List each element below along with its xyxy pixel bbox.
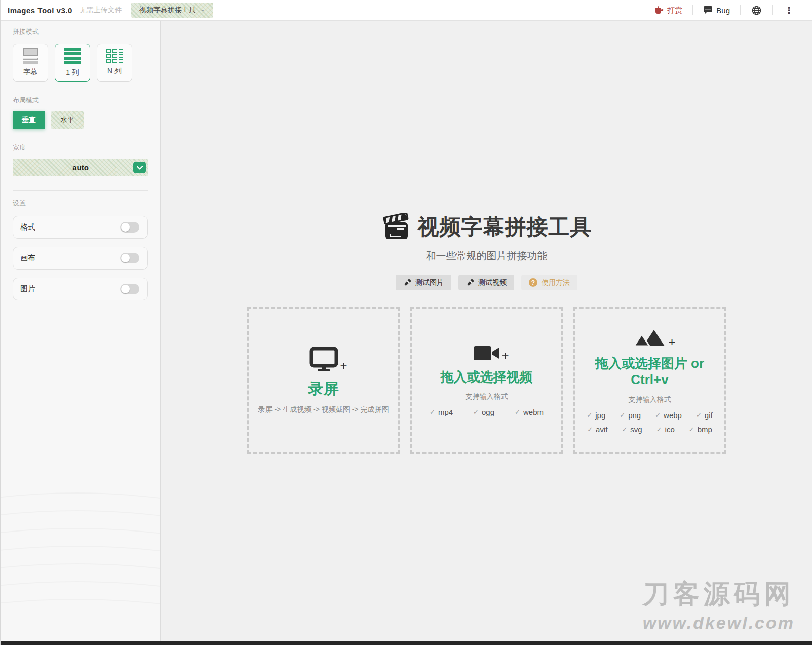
format-name: jpg [595, 411, 605, 420]
usage-help-button[interactable]: ? 使用方法 [521, 275, 577, 290]
formats-label: 支持输入格式 [466, 392, 508, 401]
format-item: ✓png [620, 411, 641, 420]
one-column-mode-icon [64, 48, 81, 64]
sidebar: 拼接模式 字幕 1 列 N 列 布局模式 垂直 水平 宽度 au [1, 21, 161, 641]
dropzone-title: 拖入或选择视频 [441, 369, 533, 386]
format-item: ✓svg [622, 425, 642, 434]
format-item: ✓gif [696, 411, 713, 420]
stitch-mode-option-label: N 列 [107, 67, 122, 76]
more-menu-button[interactable]: ⋮ [773, 5, 805, 16]
check-icon: ✓ [656, 426, 662, 433]
format-item: ✓jpg [587, 411, 605, 420]
test-tube-icon [403, 279, 411, 287]
check-icon: ✓ [430, 408, 435, 416]
format-item: ✓webm [515, 408, 544, 416]
stitch-mode-option-label: 1 列 [66, 68, 79, 78]
format-name: avif [596, 425, 607, 434]
format-name: bmp [698, 425, 712, 434]
layout-vertical-button[interactable]: 垂直 [13, 111, 45, 129]
check-icon: ✓ [473, 408, 479, 416]
monitor-icon: + [309, 347, 338, 372]
image-dropzone[interactable]: + 拖入或选择图片 or Ctrl+v 支持输入格式 ✓jpg ✓png ✓we… [573, 307, 726, 454]
bug-button[interactable]: Bug [693, 6, 740, 15]
plus-icon: + [340, 359, 347, 373]
video-camera-icon: + [474, 345, 500, 362]
stitch-mode-n-columns[interactable]: N 列 [97, 44, 132, 82]
width-label: 宽度 [13, 143, 148, 153]
clapperboard-icon [381, 213, 410, 241]
stitch-mode-one-column[interactable]: 1 列 [55, 44, 90, 82]
test-video-button[interactable]: 测试视频 [458, 275, 514, 290]
main-area: 视频字幕拼接工具 和一些常规的图片拼接功能 测试图片 [161, 21, 812, 641]
format-name: ico [665, 425, 675, 434]
tab-label: 视频字幕拼接工具 [139, 6, 196, 15]
settings-label: 设置 [13, 199, 148, 208]
stitch-mode-options: 字幕 1 列 N 列 [13, 44, 148, 82]
canvas-toggle[interactable] [120, 253, 139, 263]
donate-label: 打赏 [667, 6, 682, 15]
coffee-cup-icon [654, 6, 664, 14]
check-icon: ✓ [696, 411, 702, 419]
format-item: ✓mp4 [430, 408, 453, 416]
format-item: ✓bmp [689, 425, 712, 434]
check-icon: ✓ [655, 411, 661, 419]
image-icon: + [633, 328, 667, 348]
tab-video-subtitle-tool[interactable]: 视频字幕拼接工具 ⌄ [131, 3, 213, 18]
check-icon: ✓ [689, 426, 694, 433]
title-row: 视频字幕拼接工具 [381, 213, 592, 241]
dropzone-caption: 录屏 -> 生成视频 -> 视频截图 -> 完成拼图 [258, 405, 389, 414]
language-button[interactable] [741, 6, 772, 15]
app-subtitle: 无需上传文件 [80, 6, 122, 15]
page-title: 视频字幕拼接工具 [418, 213, 592, 241]
format-item: ✓ico [656, 425, 675, 434]
toggle-knob [121, 254, 130, 262]
format-toggle[interactable] [120, 222, 139, 233]
video-dropzone[interactable]: + 拖入或选择视频 支持输入格式 ✓mp4 ✓ogg ✓webm [410, 307, 563, 454]
check-icon: ✓ [620, 411, 625, 419]
format-name: svg [630, 425, 642, 434]
layout-mode-label: 布局模式 [13, 96, 148, 105]
screen-record-dropzone[interactable]: + 录屏 录屏 -> 生成视频 -> 视频截图 -> 完成拼图 [247, 307, 400, 454]
bug-label: Bug [716, 6, 730, 15]
bottom-strip [1, 641, 812, 645]
speech-bubble-icon [703, 6, 713, 15]
dropzone-title: 拖入或选择图片 or Ctrl+v [592, 355, 708, 388]
check-icon: ✓ [622, 426, 627, 433]
width-dropdown-button[interactable] [133, 162, 146, 173]
kebab-menu-icon: ⋮ [784, 5, 794, 16]
stitch-mode-option-label: 字幕 [23, 68, 37, 77]
layout-horizontal-button[interactable]: 水平 [51, 111, 84, 129]
stitch-mode-label: 拼接模式 [13, 27, 148, 36]
topbar: Images Tool v3.0 无需上传文件 视频字幕拼接工具 ⌄ 打赏 [1, 0, 812, 21]
setting-format: 格式 [13, 216, 148, 239]
format-name: mp4 [438, 408, 453, 416]
chevron-down-icon: ⌄ [200, 6, 205, 12]
width-select[interactable]: auto [13, 159, 148, 176]
app-title: Images Tool v3.0 [8, 6, 72, 15]
test-image-button[interactable]: 测试图片 [396, 275, 451, 290]
dropzones: + 录屏 录屏 -> 生成视频 -> 视频截图 -> 完成拼图 + 拖入或选择视… [247, 307, 726, 454]
formats-label: 支持输入格式 [629, 395, 671, 404]
format-name: ogg [482, 408, 494, 416]
setting-label: 格式 [20, 222, 35, 232]
plus-icon: + [668, 335, 675, 349]
globe-icon [752, 6, 761, 15]
format-name: webm [523, 408, 544, 416]
chevron-down-icon [137, 166, 143, 170]
setting-canvas: 画布 [13, 247, 148, 270]
topbar-actions: 打赏 Bug [644, 5, 805, 16]
donate-button[interactable]: 打赏 [644, 6, 692, 15]
button-label: 测试图片 [415, 278, 444, 287]
setting-label: 图片 [20, 284, 35, 294]
page-subtitle: 和一些常规的图片拼接功能 [426, 249, 548, 263]
check-icon: ✓ [515, 408, 520, 416]
format-name: png [628, 411, 641, 420]
toggle-knob [121, 285, 130, 293]
format-list: ✓jpg ✓png ✓webp ✓gif ✓avif ✓svg ✓ico ✓bm… [586, 411, 714, 434]
stitch-mode-subtitle[interactable]: 字幕 [13, 44, 48, 82]
image-toggle[interactable] [120, 284, 139, 294]
test-tube-icon [466, 279, 474, 287]
n-columns-mode-icon [106, 49, 123, 63]
format-name: webp [664, 411, 682, 420]
toggle-knob [121, 223, 130, 232]
